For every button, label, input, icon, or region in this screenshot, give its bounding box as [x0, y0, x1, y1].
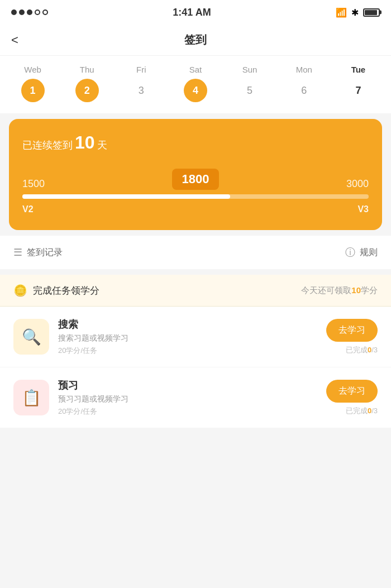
- level-left: V2: [22, 204, 34, 214]
- progress-fill: [22, 194, 230, 199]
- record-label: 签到记录: [27, 247, 63, 259]
- coins-icon: 🪙: [13, 284, 27, 297]
- tasks-header-title: 完成任务领学分: [33, 284, 99, 297]
- record-icon: ☰: [13, 246, 22, 259]
- task-action-preview: 去学习 已完成0/3: [326, 380, 378, 416]
- calendar-days: Web1Thu2Fri3Sat4Sun5Mon6Tue7: [0, 65, 391, 102]
- bluetooth-icon: ✱: [351, 7, 359, 18]
- tasks-header: 🪙 完成任务领学分 今天还可领取10学分: [0, 275, 391, 307]
- wifi-icon: 📶: [336, 7, 347, 18]
- calendar-day-tue[interactable]: Tue7: [334, 65, 382, 102]
- day-num-tue: 7: [346, 79, 370, 102]
- tasks-list: 🔍 搜索 搜索习题或视频学习 20学分/任务 去学习 已完成0/3 📋 预习 预…: [0, 307, 391, 428]
- left-score: 1500: [22, 178, 45, 190]
- level-right: V3: [357, 204, 369, 214]
- task-desc-preview: 预习习题或视频学习: [58, 394, 317, 404]
- calendar-day-sun[interactable]: Sun5: [226, 65, 274, 102]
- record-left[interactable]: ☰ 签到记录: [13, 246, 63, 259]
- task-info-search: 搜索 搜索习题或视频学习 20学分/任务: [58, 318, 317, 356]
- progress-bar-container: [22, 194, 369, 199]
- task-item-search: 🔍 搜索 搜索习题或视频学习 20学分/任务 去学习 已完成0/3: [0, 307, 391, 367]
- streak-text: 已连续签到10天: [22, 132, 369, 153]
- battery-icon: [363, 8, 380, 17]
- level-labels: V2 V3: [22, 204, 369, 214]
- task-title-preview: 预习: [58, 379, 317, 392]
- rules-label: 规则: [360, 247, 378, 259]
- tasks-header-left: 🪙 完成任务领学分: [13, 284, 99, 297]
- day-num-sat: 4: [184, 79, 207, 102]
- streak-prefix: 已连续签到: [22, 140, 73, 151]
- task-progress-search: 已完成0/3: [346, 345, 378, 355]
- day-label-fri: Fri: [136, 65, 146, 74]
- signal-dot-4: [35, 9, 40, 15]
- signal-dot-3: [27, 9, 32, 15]
- battery-fill: [365, 10, 377, 15]
- signal-dot-5: [42, 9, 48, 15]
- day-label-thu: Thu: [80, 65, 94, 74]
- calendar-day-thu[interactable]: Thu2: [63, 65, 111, 102]
- right-score: 3000: [346, 178, 369, 190]
- today-available-num: 10: [351, 285, 361, 295]
- rules-right[interactable]: ⓘ 规则: [345, 246, 378, 259]
- day-label-sat: Sat: [189, 65, 202, 74]
- today-available-prefix: 今天还可领取: [301, 285, 351, 295]
- day-label-sun: Sun: [242, 65, 258, 74]
- tasks-section: 🪙 完成任务领学分 今天还可领取10学分 🔍 搜索 搜索习题或视频学习 20学分…: [0, 275, 391, 428]
- task-icon-search: 🔍: [13, 319, 49, 355]
- day-label-wed: Web: [24, 65, 41, 74]
- status-bar: 1:41 AM 📶 ✱: [0, 0, 391, 25]
- points-range: 1500 1800 3000: [22, 169, 369, 190]
- task-info-preview: 预习 预习习题或视频学习 20学分/任务: [58, 379, 317, 417]
- day-label-mon: Mon: [296, 65, 312, 74]
- status-right-icons: 📶 ✱: [336, 7, 380, 18]
- current-score: 1800: [172, 169, 220, 190]
- day-num-sun: 5: [238, 79, 261, 102]
- day-num-mon: 6: [292, 79, 316, 102]
- task-icon-preview: 📋: [13, 380, 49, 415]
- calendar-day-mon[interactable]: Mon6: [280, 65, 328, 102]
- signal-dot-2: [19, 9, 25, 15]
- calendar-section: Web1Thu2Fri3Sat4Sun5Mon6Tue7: [0, 56, 391, 113]
- task-progress-preview: 已完成0/3: [346, 406, 378, 416]
- nav-bar: < 签到: [0, 25, 391, 56]
- task-score-search: 20学分/任务: [58, 346, 317, 356]
- task-action-search: 去学习 已完成0/3: [326, 319, 378, 355]
- day-num-thu: 2: [75, 79, 99, 102]
- calendar-day-fri[interactable]: Fri3: [117, 65, 165, 102]
- rules-icon: ⓘ: [345, 246, 355, 259]
- streak-number: 10: [75, 132, 95, 152]
- streak-card: 已连续签到10天 1500 1800 3000 V2 V3: [9, 119, 382, 230]
- day-label-tue: Tue: [351, 65, 366, 74]
- go-btn-search[interactable]: 去学习: [326, 319, 378, 342]
- today-available-suffix: 学分: [361, 285, 378, 295]
- day-num-fri: 3: [130, 79, 153, 102]
- task-title-search: 搜索: [58, 318, 317, 331]
- tasks-header-right: 今天还可领取10学分: [301, 285, 378, 296]
- calendar-day-sat[interactable]: Sat4: [171, 65, 220, 102]
- task-item-preview: 📋 预习 预习习题或视频学习 20学分/任务 去学习 已完成0/3: [0, 367, 391, 428]
- task-desc-search: 搜索习题或视频学习: [58, 333, 317, 343]
- signal-dot-1: [11, 9, 17, 15]
- calendar-day-wed[interactable]: Web1: [9, 65, 57, 102]
- signal-indicators: [11, 9, 48, 15]
- go-btn-preview[interactable]: 去学习: [326, 380, 378, 403]
- status-time: 1:41 AM: [173, 7, 211, 18]
- task-score-preview: 20学分/任务: [58, 407, 317, 417]
- day-num-wed: 1: [21, 79, 45, 102]
- page-title: 签到: [184, 32, 207, 47]
- record-row: ☰ 签到记录 ⓘ 规则: [0, 236, 391, 269]
- back-button[interactable]: <: [11, 33, 18, 47]
- streak-suffix: 天: [97, 140, 107, 151]
